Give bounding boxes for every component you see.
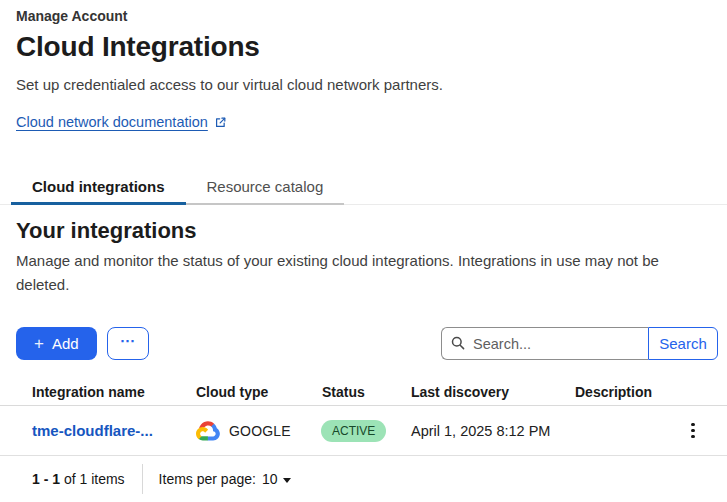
- items-range: 1 - 1 of 1 items: [32, 471, 125, 487]
- section-title: Your integrations: [16, 218, 711, 244]
- page-subtitle: Set up credentialed access to our virtua…: [16, 76, 711, 93]
- search-button[interactable]: Search: [648, 327, 718, 360]
- items-per-page-value: 10: [262, 471, 278, 487]
- google-cloud-icon: [196, 421, 220, 441]
- chevron-down-icon: [283, 478, 291, 483]
- search-icon: [450, 335, 466, 355]
- section-description: Manage and monitor the status of your ex…: [16, 249, 711, 297]
- toolbar-actions: + Add ⋯: [16, 327, 149, 360]
- last-discovery-value: April 1, 2025 8:12 PM: [395, 423, 559, 439]
- overflow-menu-button[interactable]: ⋯: [107, 327, 149, 360]
- breadcrumb: Manage Account: [16, 8, 711, 24]
- row-overflow-menu-icon[interactable]: [683, 419, 702, 442]
- table-row: tme-cloudflare-... GOOGLE ACTIVE April 1…: [0, 406, 727, 456]
- add-button[interactable]: + Add: [16, 327, 97, 360]
- column-header-cloud-type: Cloud type: [180, 384, 306, 400]
- items-per-page-select[interactable]: Items per page: 10: [159, 471, 292, 487]
- tab-label: Cloud integrations: [32, 178, 165, 195]
- tab-resource-catalog[interactable]: Resource catalog: [186, 168, 345, 205]
- tab-cloud-integrations[interactable]: Cloud integrations: [11, 168, 186, 205]
- external-link-icon: [214, 116, 227, 129]
- pager-divider: [142, 464, 143, 494]
- pagination-bar: 1 - 1 of 1 items Items per page: 10: [0, 456, 727, 502]
- page-title: Cloud Integrations: [16, 31, 711, 63]
- ellipsis-icon: ⋯: [120, 332, 136, 350]
- page-header: Manage Account Cloud Integrations Set up…: [0, 0, 727, 131]
- table-toolbar: + Add ⋯ Search: [0, 327, 727, 360]
- items-range-bold: 1 - 1: [32, 471, 60, 487]
- items-range-suffix: of 1 items: [60, 471, 125, 487]
- search-group: Search: [441, 327, 718, 360]
- add-button-label: Add: [52, 335, 79, 352]
- column-header-status: Status: [306, 384, 395, 400]
- integration-name-link[interactable]: tme-cloudflare-...: [32, 422, 153, 439]
- status-badge: ACTIVE: [321, 420, 386, 442]
- plus-icon: +: [34, 335, 44, 352]
- integrations-table: Integration name Cloud type Status Last …: [0, 378, 727, 456]
- cloud-type-label: GOOGLE: [229, 423, 291, 439]
- cloud-network-documentation-link[interactable]: Cloud network documentation: [16, 114, 227, 130]
- column-header-description: Description: [559, 384, 675, 400]
- your-integrations-section: Your integrations Manage and monitor the…: [0, 205, 727, 297]
- doc-link-label: Cloud network documentation: [16, 114, 208, 130]
- column-header-last-discovery: Last discovery: [395, 384, 559, 400]
- tab-label: Resource catalog: [207, 178, 324, 195]
- column-header-integration-name: Integration name: [16, 384, 180, 400]
- search-input[interactable]: [441, 327, 648, 360]
- tab-bar: Cloud integrations Resource catalog: [0, 168, 727, 205]
- table-header-row: Integration name Cloud type Status Last …: [0, 378, 727, 406]
- search-box: [441, 327, 648, 360]
- items-per-page-label: Items per page:: [159, 471, 256, 487]
